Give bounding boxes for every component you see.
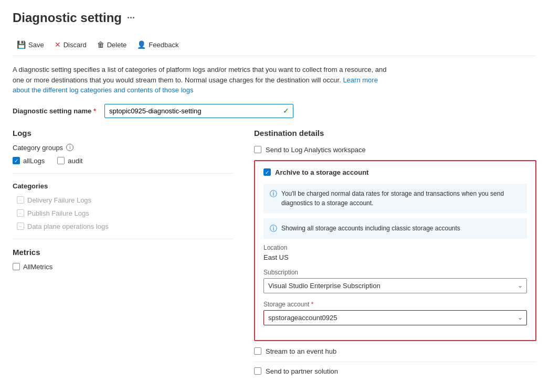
- delete-icon: 🗑: [97, 40, 104, 49]
- partner-solution-checkbox[interactable]: [254, 367, 261, 375]
- page-container: Diagnostic setting ··· 💾 Save ✕ Discard …: [0, 0, 549, 392]
- subscription-field: Subscription Visual Studio Enterprise Su…: [263, 269, 527, 293]
- audit-checkbox-item[interactable]: audit: [57, 157, 82, 165]
- storage-accounts-text: Showing all storage accounts including c…: [281, 224, 460, 233]
- feedback-button[interactable]: 👤 Feedback: [133, 38, 183, 51]
- storage-account-label: Storage account *: [263, 301, 527, 308]
- feedback-icon: 👤: [137, 40, 146, 49]
- page-title-dots: ···: [127, 13, 135, 24]
- save-icon: 💾: [17, 40, 26, 49]
- allLogs-checkbox-item[interactable]: allLogs: [13, 157, 45, 165]
- left-panel: Logs Category groups i allLogs audit: [13, 129, 233, 382]
- subscription-select-wrapper: Visual Studio Enterprise Subscription ⌄: [263, 278, 527, 293]
- storage-charge-banner: ⓘ You'll be charged normal data rates fo…: [263, 184, 527, 213]
- category-groups-checkboxes: allLogs audit: [13, 157, 233, 165]
- publish-failure-logs-item: Publish Failure Logs: [17, 209, 233, 217]
- storage-required-marker: *: [311, 301, 314, 308]
- delivery-failure-logs-item: Delivery Failure Logs: [17, 196, 233, 204]
- delivery-failure-label: Delivery Failure Logs: [27, 196, 91, 204]
- storage-accounts-banner: ⓘ Showing all storage accounts including…: [263, 218, 527, 239]
- location-field: Location East US: [263, 244, 527, 261]
- page-title: Diagnostic setting: [13, 10, 122, 25]
- main-layout: Logs Category groups i allLogs audit: [13, 129, 536, 382]
- allMetrics-checkbox-item[interactable]: AllMetrics: [13, 263, 233, 271]
- info-icon-2: ⓘ: [270, 224, 277, 234]
- categories-section: Categories Delivery Failure Logs Publish…: [13, 182, 233, 230]
- delivery-failure-checkbox[interactable]: [17, 196, 24, 204]
- setting-name-row: Diagnostic setting name * ✓: [13, 104, 536, 118]
- publish-failure-checkbox[interactable]: [17, 209, 24, 217]
- allLogs-checkbox[interactable]: [13, 157, 20, 164]
- metrics-section-title: Metrics: [13, 248, 233, 257]
- log-analytics-option: Send to Log Analytics workspace: [254, 146, 536, 154]
- event-hub-checkbox[interactable]: [254, 347, 261, 355]
- audit-label: audit: [68, 157, 82, 165]
- storage-account-select-wrapper: spstorageaccount0925 ⌄: [263, 310, 527, 325]
- input-valid-icon: ✓: [283, 107, 289, 115]
- storage-account-select[interactable]: spstorageaccount0925: [263, 310, 527, 325]
- archive-label: Archive to a storage account: [275, 168, 368, 176]
- archive-box: Archive to a storage account ⓘ You'll be…: [254, 160, 536, 341]
- bottom-divider: [254, 362, 536, 362]
- save-button[interactable]: 💾 Save: [13, 38, 48, 51]
- delete-button[interactable]: 🗑 Delete: [93, 38, 131, 51]
- audit-checkbox[interactable]: [57, 157, 65, 164]
- subscription-label: Subscription: [263, 269, 527, 276]
- data-plane-ops-item: Data plane operations logs: [17, 223, 233, 230]
- metrics-divider: [13, 239, 233, 239]
- data-plane-ops-label: Data plane operations logs: [27, 223, 109, 230]
- location-label: Location: [263, 244, 527, 251]
- event-hub-option: Stream to an event hub: [254, 347, 536, 355]
- category-groups-label: Category groups i: [13, 144, 233, 152]
- subscription-select[interactable]: Visual Studio Enterprise Subscription: [263, 278, 527, 293]
- category-groups: Category groups i allLogs audit: [13, 144, 233, 165]
- archive-header: Archive to a storage account: [263, 168, 527, 176]
- allLogs-label: allLogs: [23, 157, 45, 165]
- partner-solution-option: Send to partner solution: [254, 367, 536, 375]
- destination-title: Destination details: [254, 129, 536, 137]
- location-value: East US: [263, 253, 527, 261]
- setting-name-input-wrapper: ✓: [104, 104, 293, 118]
- description-text: A diagnostic setting specifies a list of…: [13, 65, 390, 96]
- setting-name-label: Diagnostic setting name *: [13, 107, 96, 115]
- archive-checkbox[interactable]: [263, 168, 271, 176]
- toolbar: 💾 Save ✕ Discard 🗑 Delete 👤 Feedback: [13, 34, 536, 56]
- right-panel: Destination details Send to Log Analytic…: [254, 129, 536, 382]
- metrics-section: Metrics AllMetrics: [13, 248, 233, 271]
- discard-button[interactable]: ✕ Discard: [50, 38, 91, 51]
- allMetrics-checkbox[interactable]: [13, 263, 20, 270]
- page-title-bar: Diagnostic setting ···: [13, 10, 536, 25]
- log-analytics-label: Send to Log Analytics workspace: [266, 146, 366, 154]
- logs-section-title: Logs: [13, 129, 233, 137]
- partner-solution-label: Send to partner solution: [266, 367, 338, 375]
- discard-icon: ✕: [55, 40, 61, 49]
- event-hub-label: Stream to an event hub: [266, 347, 336, 355]
- log-analytics-checkbox[interactable]: [254, 146, 261, 153]
- allMetrics-label: AllMetrics: [23, 263, 52, 271]
- publish-failure-label: Publish Failure Logs: [27, 209, 89, 217]
- info-icon-1: ⓘ: [270, 189, 277, 199]
- categories-label: Categories: [13, 182, 233, 190]
- logs-divider-1: [13, 173, 233, 174]
- setting-name-input[interactable]: [104, 104, 293, 118]
- storage-charge-text: You'll be charged normal data rates for …: [281, 189, 521, 208]
- storage-account-field: Storage account * spstorageaccount0925 ⌄: [263, 301, 527, 325]
- required-marker: *: [93, 107, 96, 115]
- category-groups-info-icon[interactable]: i: [66, 144, 73, 151]
- data-plane-ops-checkbox[interactable]: [17, 223, 24, 230]
